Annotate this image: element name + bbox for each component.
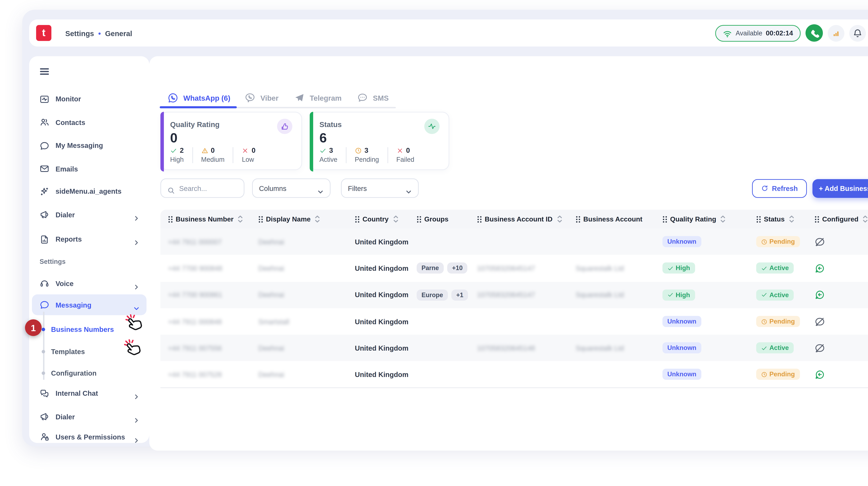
status-card-stat-failed: 0Failed xyxy=(396,147,414,163)
sidebar-item-contacts[interactable]: Contacts xyxy=(32,112,147,133)
sidebar-subtree-line xyxy=(43,312,44,380)
column-header-groups[interactable]: Groups xyxy=(409,215,469,223)
filters-dropdown[interactable]: Filters xyxy=(341,179,419,198)
step-1-badge: 1 xyxy=(25,319,42,336)
sidebar-item-messaging[interactable]: Messaging xyxy=(32,294,147,315)
sparkles-icon xyxy=(39,186,49,196)
stat-value: 0 xyxy=(406,147,410,154)
sidebar-item-monitor[interactable]: Monitor xyxy=(32,89,147,109)
sort-icon[interactable] xyxy=(789,215,795,223)
stat-label: Medium xyxy=(201,156,224,163)
cell-business-number: +44 7911 000007 xyxy=(160,238,251,246)
redacted-business-number: +44 7911 007528 xyxy=(168,370,222,378)
status-badge: Active xyxy=(756,289,794,300)
table-row[interactable]: +44 7700 900848DeehnaiUnited KingdomParn… xyxy=(160,255,868,282)
sidebar-subitem-configuration[interactable]: Configuration xyxy=(47,362,145,383)
tab-sms[interactable]: SMS xyxy=(357,88,389,108)
status-card-value: 6 xyxy=(319,131,327,146)
tab-viber[interactable]: Viber xyxy=(244,88,278,108)
availability-pill[interactable]: Available 00:02:14 xyxy=(716,25,801,41)
column-header-business-account[interactable]: Business Account xyxy=(568,215,655,223)
sort-icon[interactable] xyxy=(238,215,243,223)
drag-handle-icon[interactable] xyxy=(576,216,581,223)
redacted-display-name: Deehnai xyxy=(258,238,284,246)
sidebar-item-internal-chat[interactable]: Internal Chat xyxy=(32,383,147,404)
quality-card-value: 0 xyxy=(170,131,178,146)
column-header-status[interactable]: Status xyxy=(749,215,807,223)
drag-handle-icon[interactable] xyxy=(477,216,482,223)
sidebar-item-sidemenu-ai-agents[interactable]: sideMenu.ai_agents xyxy=(32,181,147,202)
stat-value-row: 3 xyxy=(355,147,379,154)
notifications-button[interactable] xyxy=(849,25,866,41)
quality-card-stat-medium: 0Medium xyxy=(201,147,224,163)
tab-whatsapp-6-[interactable]: WhatsApp (6) xyxy=(167,88,230,108)
chevron-down-icon xyxy=(133,302,140,308)
sidebar-item-users-permissions[interactable]: Users & Permissions xyxy=(32,426,147,447)
sort-icon[interactable] xyxy=(557,215,562,223)
breadcrumb-settings[interactable]: Settings xyxy=(65,29,94,37)
drag-handle-icon[interactable] xyxy=(258,216,263,223)
chevron-right-icon xyxy=(133,280,140,286)
group-chip[interactable]: +1 xyxy=(452,289,468,300)
cell-business-account-id: 107058320645147 xyxy=(469,264,568,272)
redacted-business-number: +44 7911 007556 xyxy=(168,344,222,352)
not-configured-icon xyxy=(814,343,825,353)
sidebar-item-voice[interactable]: Voice xyxy=(32,273,147,294)
drag-handle-icon[interactable] xyxy=(662,216,667,223)
group-chip[interactable]: Parne xyxy=(416,263,444,274)
add-business-number-button[interactable]: + Add Business Number xyxy=(812,179,868,197)
sort-icon[interactable] xyxy=(315,215,320,223)
refresh-button[interactable]: Refresh xyxy=(752,179,807,197)
sidebar-item-dialer[interactable]: Dialer xyxy=(32,204,147,225)
sort-icon[interactable] xyxy=(720,215,726,223)
table-row[interactable]: +44 7911 007528DeehnaiUnited KingdomUnkn… xyxy=(160,361,868,388)
search-input[interactable]: Search... xyxy=(160,179,244,198)
sidebar-item-reports[interactable]: Reports xyxy=(32,229,147,250)
whatsapp-icon xyxy=(167,92,179,103)
cell-groups: Parne+10 xyxy=(409,263,469,274)
brand-logo[interactable]: t xyxy=(36,25,51,41)
sidebar-item-dialer[interactable]: Dialer xyxy=(32,406,147,427)
sidebar-item-label: Voice xyxy=(56,280,73,287)
breadcrumb-separator: • xyxy=(98,29,101,37)
group-chip[interactable]: +10 xyxy=(447,263,467,274)
table-row[interactable]: +44 7911 000848SmartstallUnited KingdomU… xyxy=(160,308,868,335)
viber-icon xyxy=(244,92,255,103)
column-header-label: Business Account xyxy=(583,215,642,223)
column-header-business-number[interactable]: Business Number xyxy=(160,215,251,223)
hamburger-menu-icon[interactable] xyxy=(39,66,50,77)
table-row[interactable]: +44 7700 900861DeehnaiUnited KingdomEuro… xyxy=(160,282,868,308)
columns-dropdown[interactable]: Columns xyxy=(252,179,331,198)
phone-button[interactable] xyxy=(806,24,823,42)
group-chip[interactable]: Europe xyxy=(416,289,448,300)
user-lock-icon xyxy=(39,432,49,442)
drag-handle-icon[interactable] xyxy=(168,216,173,223)
sort-icon[interactable] xyxy=(863,215,868,223)
column-header-quality-rating[interactable]: Quality Rating xyxy=(655,215,749,223)
sidebar-item-emails[interactable]: Emails xyxy=(32,158,147,179)
stat-value-row: 0 xyxy=(396,147,414,154)
column-header-business-account-id[interactable]: Business Account ID xyxy=(469,215,568,223)
drag-handle-icon[interactable] xyxy=(814,216,819,223)
tab-label: WhatsApp (6) xyxy=(183,94,230,102)
sidebar-item-my-messaging[interactable]: My Messaging xyxy=(32,135,147,156)
table-row[interactable]: +44 7911 000007DeehnaiUnited KingdomUnkn… xyxy=(160,228,868,255)
table-row[interactable]: +44 7911 007556DeehnaiUnited Kingdom1070… xyxy=(160,335,868,361)
column-header-display-name[interactable]: Display Name xyxy=(251,215,347,223)
tab-telegram[interactable]: Telegram xyxy=(294,88,342,108)
sort-icon[interactable] xyxy=(393,215,398,223)
column-header-country[interactable]: Country xyxy=(347,215,409,223)
drag-handle-icon[interactable] xyxy=(756,216,761,223)
main-panel: WhatsApp (6)ViberTelegramSMS Quality Rat… xyxy=(149,56,868,451)
column-header-configured[interactable]: Configured xyxy=(807,215,868,223)
redacted-display-name: Deehnai xyxy=(258,291,284,299)
check-icon xyxy=(667,292,674,298)
drag-handle-icon[interactable] xyxy=(416,216,422,223)
drag-handle-icon[interactable] xyxy=(355,216,360,223)
column-header-label: Groups xyxy=(424,215,448,223)
breadcrumb-general[interactable]: General xyxy=(105,29,132,37)
signal-strength-button[interactable] xyxy=(828,25,844,41)
redacted-business-account: Squarestalk Ltd xyxy=(576,291,624,299)
redacted-display-name: Smartstall xyxy=(258,318,289,325)
redacted-display-name: Deehnai xyxy=(258,370,284,378)
